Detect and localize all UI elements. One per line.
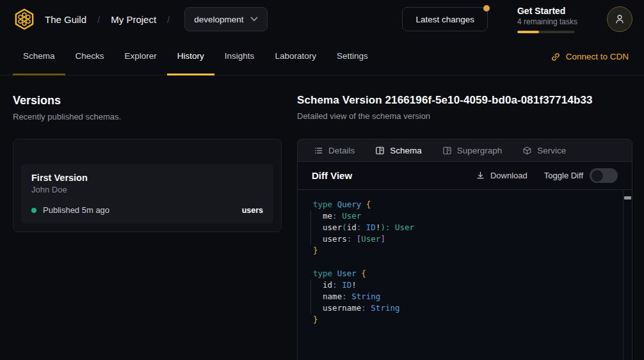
code-line: type Query { <box>313 199 616 210</box>
latest-changes-label: Latest changes <box>415 15 474 24</box>
download-button[interactable]: Download <box>476 171 527 180</box>
top-header: The Guild / My Project / development Lat… <box>0 0 644 38</box>
published-dot <box>31 208 36 213</box>
person-icon <box>614 13 625 25</box>
code-line: username: String <box>313 302 616 314</box>
version-status-row: Published 5m ago users <box>31 205 263 215</box>
code-scrollbar-thumb[interactable] <box>624 196 631 200</box>
toggle-diff-switch[interactable] <box>590 168 618 183</box>
indent-guide <box>310 279 311 314</box>
link-icon <box>551 52 561 62</box>
schema-detail-card: DetailsSchemaSupergraphService Diff View… <box>297 139 632 360</box>
code-line: user(id: ID!): User <box>313 222 616 233</box>
detail-tab-label: Schema <box>390 146 422 155</box>
versions-card: First Version John Doe Published 5m ago … <box>13 139 282 232</box>
versions-subtitle: Recently published schemas. <box>13 112 282 121</box>
versions-title: Versions <box>13 94 282 107</box>
toggle-diff-label: Toggle Diff <box>544 171 583 180</box>
nav-tab-settings[interactable]: Settings <box>326 38 378 75</box>
graphql-schema-code: type Query { me: User user(id: ID!): Use… <box>298 190 632 334</box>
version-name: First Version <box>31 173 263 183</box>
version-service-badge: users <box>242 206 263 215</box>
target-select-value: development <box>194 15 243 24</box>
code-line <box>313 256 616 268</box>
columns-icon <box>375 146 385 155</box>
schema-code-viewer: type Query { me: User user(id: ID!): Use… <box>298 189 632 360</box>
code-line: name: String <box>313 291 616 302</box>
get-started-title: Get Started <box>517 6 577 16</box>
code-line: type User { <box>313 268 616 279</box>
nav-tab-schema[interactable]: Schema <box>13 38 65 75</box>
nav-tab-insights[interactable]: Insights <box>214 38 265 75</box>
schema-version-panel: Schema Version 2166196f-5e10-4059-bd0a-0… <box>297 75 644 360</box>
nav-tab-laboratory[interactable]: Laboratory <box>264 38 326 75</box>
version-list-item[interactable]: First Version John Doe Published 5m ago … <box>21 164 273 224</box>
main-content: Versions Recently published schemas. Fir… <box>0 75 644 360</box>
breadcrumb-org[interactable]: The Guild <box>45 14 86 25</box>
nav-tab-explorer[interactable]: Explorer <box>115 38 167 75</box>
breadcrumb-separator: / <box>97 14 100 25</box>
get-started-progressbar <box>517 31 575 33</box>
user-avatar[interactable] <box>607 6 632 32</box>
schema-version-title: Schema Version 2166196f-5e10-4059-bd0a-0… <box>297 94 632 107</box>
indent-guide <box>310 210 311 245</box>
notification-dot <box>483 5 490 12</box>
nav-tab-checks[interactable]: Checks <box>65 38 115 75</box>
version-author: John Doe <box>31 185 263 194</box>
box-icon <box>522 146 532 155</box>
breadcrumb-separator: / <box>167 14 170 25</box>
toggle-knob <box>592 170 603 182</box>
chevron-down-icon <box>250 17 258 22</box>
detail-tab-label: Details <box>328 146 355 155</box>
nav-tab-history[interactable]: History <box>167 38 214 75</box>
code-line: } <box>313 314 616 325</box>
columns-icon <box>442 146 452 155</box>
detail-tab-label: Supergraph <box>457 146 503 155</box>
code-line: id: ID! <box>313 279 616 291</box>
hive-logo-icon <box>12 7 36 31</box>
latest-changes-button[interactable]: Latest changes <box>402 7 488 31</box>
get-started-subtitle: 4 remaining tasks <box>517 17 577 26</box>
connect-to-cdn-label: Connect to CDN <box>566 52 629 61</box>
get-started-progress-fill <box>517 31 539 33</box>
detail-tab-supergraph[interactable]: Supergraph <box>434 139 511 161</box>
list-icon <box>314 146 323 155</box>
diff-view-title: Diff View <box>312 170 352 181</box>
target-select[interactable]: development <box>184 7 267 31</box>
detail-tab-details[interactable]: Details <box>305 139 363 161</box>
versions-panel: Versions Recently published schemas. Fir… <box>0 75 297 360</box>
diff-view-toolbar: Diff View Download Toggle Diff <box>298 162 632 189</box>
connect-to-cdn-link[interactable]: Connect to CDN <box>548 38 631 75</box>
code-line: } <box>313 245 616 256</box>
download-icon <box>476 171 485 180</box>
detail-tab-schema[interactable]: Schema <box>367 139 430 161</box>
breadcrumb-project[interactable]: My Project <box>111 14 156 25</box>
code-line: me: User <box>313 210 616 222</box>
nav-tabs: SchemaChecksExplorerHistoryInsightsLabor… <box>13 38 378 75</box>
get-started-widget[interactable]: Get Started 4 remaining tasks <box>517 6 577 33</box>
main-nav: SchemaChecksExplorerHistoryInsightsLabor… <box>0 38 644 75</box>
detail-tabs: DetailsSchemaSupergraphService <box>298 139 632 162</box>
hive-logo[interactable] <box>12 6 37 32</box>
detail-tab-label: Service <box>537 146 566 155</box>
detail-tab-service[interactable]: Service <box>514 139 574 161</box>
breadcrumb: The Guild / My Project / development <box>45 7 268 31</box>
schema-version-subtitle: Detailed view of the schema version <box>297 111 632 121</box>
version-status: Published 5m ago <box>43 205 109 215</box>
code-scrollbar[interactable] <box>623 190 632 360</box>
code-line: users: [User] <box>313 233 616 245</box>
download-label: Download <box>490 171 527 180</box>
